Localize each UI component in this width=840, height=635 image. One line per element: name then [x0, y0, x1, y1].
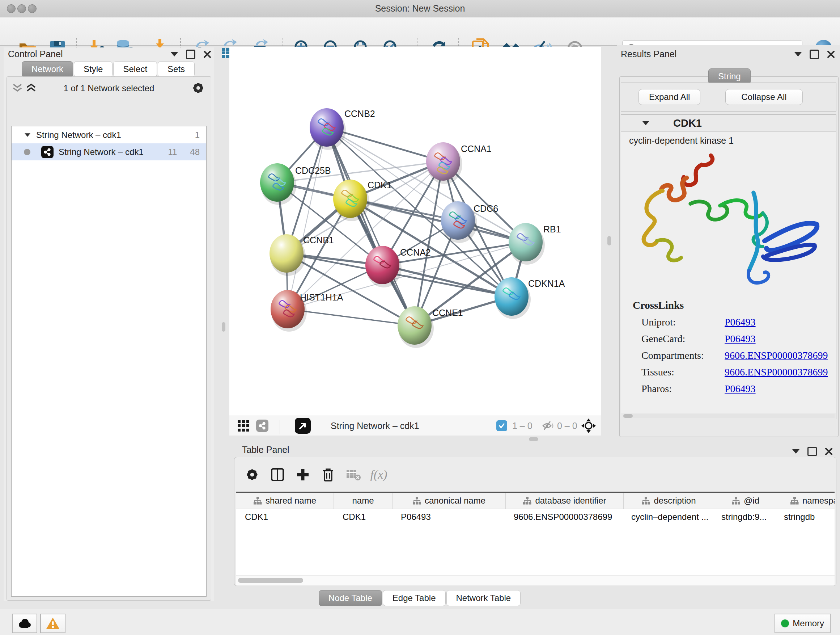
warnings-button[interactable] — [40, 614, 65, 633]
string-network-icon — [41, 146, 54, 158]
control-panel-float-icon[interactable] — [171, 52, 178, 57]
shared-column-icon — [731, 496, 740, 505]
node-label-CDC6: CDC6 — [474, 203, 498, 214]
network-share-button[interactable] — [256, 416, 268, 435]
network-options-gear-icon[interactable] — [191, 81, 205, 95]
gene-collapse-icon[interactable] — [642, 121, 649, 125]
network-label: String Network – cdk1 — [58, 147, 144, 157]
table-hscrollbar[interactable] — [236, 576, 835, 585]
tab-select[interactable]: Select — [113, 61, 157, 77]
column-header-description[interactable]: description — [624, 493, 714, 509]
crosslink-row: Compartments:9606.ENSP00000378699 — [641, 350, 836, 361]
network-list-item[interactable]: String Network – cdk11148 — [11, 143, 206, 160]
network-node-CCNA2[interactable] — [365, 246, 399, 284]
table-panel-maximize-icon[interactable] — [807, 447, 817, 456]
left-splitter-handle[interactable] — [222, 322, 225, 332]
detach-view-button[interactable] — [295, 416, 311, 435]
crosslink-value[interactable]: P06493 — [725, 317, 756, 328]
selected-nodes-checkbox[interactable] — [496, 416, 507, 435]
selected-count: 1 – 0 — [512, 416, 532, 435]
tab-node-table[interactable]: Node Table — [319, 590, 382, 606]
edge-count: 48 — [190, 147, 200, 157]
table-settings-button[interactable] — [240, 467, 265, 482]
control-panel-maximize-icon[interactable] — [186, 50, 195, 59]
crosslink-value[interactable]: P06493 — [725, 333, 756, 345]
network-node-CDC25B[interactable] — [260, 163, 294, 202]
tab-network-table[interactable]: Network Table — [447, 590, 521, 606]
column-header-label: database identifier — [535, 496, 606, 506]
delete-column-button[interactable] — [316, 467, 341, 482]
external-arrow-icon — [295, 418, 311, 434]
expand-all-button[interactable]: Expand All — [638, 89, 700, 105]
table-body: CDK1CDK1P064939606.ENSP00000378699cyclin… — [236, 509, 835, 525]
crosslink-value[interactable]: 9606.ENSP00000378699 — [725, 366, 828, 378]
scrollbar-thumb[interactable] — [623, 414, 633, 418]
control-panel-close-icon[interactable] — [203, 50, 211, 58]
title-bar: Session: New Session — [0, 0, 840, 17]
table-row[interactable]: CDK1CDK1P064939606.ENSP00000378699cyclin… — [236, 509, 835, 525]
network-list: String Network – cdk11String Network – c… — [11, 126, 207, 597]
gene-details-scrollbar[interactable] — [622, 414, 835, 418]
tab-sets[interactable]: Sets — [158, 61, 195, 77]
column-header-canonical-name[interactable]: canonical name — [393, 493, 506, 509]
network-node-HIST1H1A[interactable] — [271, 290, 305, 328]
window-title: Session: New Session — [0, 3, 840, 14]
table-panel-close-icon[interactable] — [825, 448, 833, 455]
cloud-status-button[interactable] — [12, 614, 37, 633]
results-panel-close-icon[interactable] — [827, 50, 835, 58]
node-label-CDC25B: CDC25B — [295, 165, 331, 176]
network-edge[interactable] — [287, 127, 327, 309]
network-node-CCNB2[interactable] — [309, 108, 344, 147]
node-label-RB1: RB1 — [543, 224, 561, 234]
tab-network[interactable]: Network — [22, 61, 73, 77]
collapse-all-button[interactable]: Collapse All — [725, 89, 803, 105]
node-label-HIST1H1A: HIST1H1A — [300, 292, 343, 302]
network-node-CCNA1[interactable] — [426, 142, 460, 181]
tree-expand-icon[interactable] — [25, 133, 30, 137]
node-count: 11 — [168, 147, 177, 157]
current-view-dot-icon — [24, 149, 30, 155]
right-splitter-handle[interactable] — [607, 236, 611, 245]
network-node-CDK1[interactable] — [333, 180, 367, 218]
bottom-splitter-handle[interactable] — [529, 437, 538, 441]
gene-result-card: CDK1 cyclin-dependent kinase 1 — [621, 114, 836, 419]
shared-column-icon — [412, 496, 421, 505]
network-node-CDKN1A[interactable] — [494, 277, 529, 316]
hidden-elements-button[interactable] — [542, 416, 554, 435]
add-column-button[interactable] — [290, 468, 316, 481]
function-builder-button[interactable]: f(x) — [366, 468, 392, 481]
column-header--id[interactable]: @id — [714, 493, 777, 509]
network-selection-status: 1 of 1 Network selected — [7, 83, 211, 93]
table-cell: P06493 — [392, 509, 505, 525]
expand-all-label: Expand All — [649, 92, 690, 102]
column-header-database-identifier[interactable]: database identifier — [506, 493, 624, 509]
toolbar-divider — [537, 420, 537, 434]
tab-style[interactable]: Style — [74, 61, 112, 77]
results-panel-maximize-icon[interactable] — [810, 50, 819, 59]
crosslink-label: Compartments: — [641, 350, 725, 361]
crosslink-value[interactable]: 9606.ENSP00000378699 — [725, 350, 828, 361]
scrollbar-thumb[interactable] — [238, 578, 303, 583]
column-header-namespace[interactable]: namespace — [777, 493, 835, 509]
memory-button[interactable]: Memory — [775, 614, 831, 633]
tab-string[interactable]: String — [708, 68, 751, 84]
fit-content-button[interactable] — [581, 416, 596, 435]
tab-edge-table[interactable]: Edge Table — [383, 590, 446, 606]
table-panel-float-icon[interactable] — [792, 449, 799, 454]
column-header-shared-name[interactable]: shared name — [236, 493, 334, 509]
network-node-RB1[interactable] — [508, 223, 543, 261]
network-view[interactable]: CCNB2CCNA1CDC25BCDK1CDC6RB1CCNB1CCNA2CDK… — [229, 47, 601, 416]
network-node-CDC6[interactable] — [441, 201, 475, 240]
results-panel-float-icon[interactable] — [794, 52, 802, 57]
hidden-count: 0 – 0 — [557, 416, 577, 435]
network-list-item[interactable]: String Network – cdk11 — [11, 126, 206, 143]
delete-table-button[interactable] — [341, 469, 366, 481]
network-canvas[interactable]: CCNB2CCNA1CDC25BCDK1CDC6RB1CCNB1CCNA2CDK… — [229, 47, 601, 416]
crosslink-value[interactable]: P06493 — [725, 383, 756, 394]
network-node-CCNB1[interactable] — [270, 234, 303, 272]
show-columns-button[interactable] — [265, 468, 290, 481]
gear-icon — [245, 467, 259, 482]
column-header-name[interactable]: name — [334, 493, 393, 509]
grid-view-button[interactable] — [237, 416, 249, 435]
network-node-CCNE1[interactable] — [398, 306, 431, 345]
